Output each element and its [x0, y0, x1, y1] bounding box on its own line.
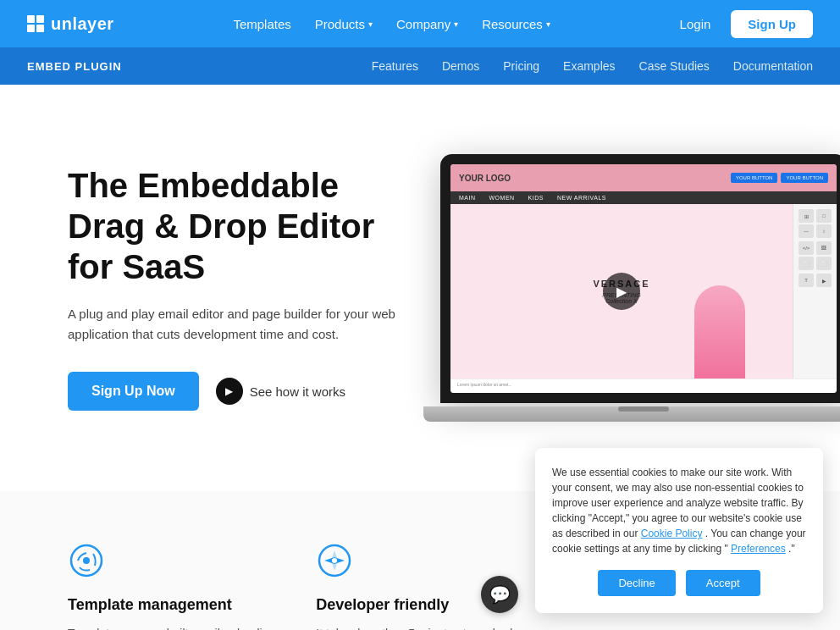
screen-sidebar-tools: ⊞ □ — ↕ </>: [793, 204, 837, 379]
screen-buttons: YOUR BUTTON YOUR BUTTON: [731, 173, 828, 183]
palette-icon: [68, 542, 108, 583]
chevron-down-icon: ▾: [368, 19, 373, 29]
nav-link-company[interactable]: Company ▾: [396, 17, 458, 31]
html-icon: </>: [799, 241, 814, 255]
model-silhouette: [694, 285, 745, 379]
hero-buttons: Sign Up Now ▶ See how it works: [68, 372, 406, 411]
screen-nav-kids: KIDS: [528, 195, 544, 201]
nav-pricing[interactable]: Pricing: [503, 59, 539, 73]
embed-plugin-label: EMBED PLUGIN: [27, 60, 122, 73]
laptop-mockup: YOUR LOGO YOUR BUTTON YOUR BUTTON MAIN W…: [440, 154, 840, 422]
feature-template-management: Template management Templates are pre-bu…: [68, 542, 275, 630]
feature-desc-templates: Templates are pre-built email or landing…: [68, 624, 275, 630]
screen-body: VERSACE PRESENTINGCollection X ▶: [450, 204, 837, 379]
button-icon: □: [816, 209, 832, 223]
login-button[interactable]: Login: [670, 12, 721, 36]
screen-footer: Lorem ipsum dolor sit amet...: [450, 379, 837, 390]
cookie-buttons: Decline Accept: [552, 570, 806, 596]
svg-point-5: [332, 558, 337, 563]
chevron-down-icon: ▾: [546, 19, 550, 29]
laptop-body: YOUR LOGO YOUR BUTTON YOUR BUTTON MAIN W…: [440, 154, 840, 403]
laptop-notch: [618, 406, 669, 412]
text-icon: T: [799, 274, 814, 287]
social-icon: ⬜: [816, 257, 832, 270]
screen-nav-arrivals: NEW ARRIVALS: [557, 195, 606, 201]
accept-button[interactable]: Accept: [686, 570, 760, 596]
logo-icon: [27, 15, 44, 32]
decline-button[interactable]: Decline: [598, 570, 675, 596]
hero-left: The Embeddable Drag & Drop Editor for Sa…: [68, 165, 406, 411]
sidebar-text-group: T ▶: [799, 274, 832, 287]
nav-demos[interactable]: Demos: [442, 59, 479, 73]
screen-nav-women: WOMEN: [489, 195, 515, 201]
chat-icon: 💬: [489, 584, 511, 605]
screen-logo-text: YOUR LOGO: [459, 174, 511, 183]
screen-footer-text: Lorem ipsum dolor sit amet...: [457, 382, 511, 387]
second-navigation: EMBED PLUGIN Features Demos Pricing Exam…: [0, 47, 840, 85]
nav-link-resources[interactable]: Resources ▾: [482, 17, 550, 31]
divider-icon: —: [799, 224, 814, 238]
screen-header: YOUR LOGO YOUR BUTTON YOUR BUTTON: [450, 164, 837, 191]
play-icon: ▶: [216, 378, 243, 405]
cookie-banner: We use essential cookies to make our sit…: [535, 448, 823, 613]
nav-link-templates[interactable]: Templates: [233, 17, 290, 31]
cookie-text: We use essential cookies to make our sit…: [552, 465, 806, 556]
nav-examples[interactable]: Examples: [563, 59, 615, 73]
spacer-icon: ↕: [816, 224, 832, 238]
laptop-base: [423, 406, 840, 422]
nav-documentation[interactable]: Documentation: [733, 59, 813, 73]
image-icon: 🖼: [816, 241, 832, 255]
shop-button-area: SHOP COLLECTION: [450, 390, 837, 393]
hero-title: The Embeddable Drag & Drop Editor for Sa…: [68, 165, 406, 287]
feature-title-templates: Template management: [68, 596, 275, 614]
screen-btn-2: YOUR BUTTON: [781, 173, 828, 183]
compass-icon: [316, 542, 356, 583]
nav-actions: Login Sign Up: [670, 10, 813, 38]
second-nav-links: Features Demos Pricing Examples Case Stu…: [372, 59, 813, 73]
hero-section: The Embeddable Drag & Drop Editor for Sa…: [0, 85, 840, 491]
chat-bubble[interactable]: 💬: [481, 576, 518, 613]
svg-point-1: [83, 557, 90, 564]
chevron-down-icon: ▾: [454, 19, 458, 29]
top-navigation: unlayer Templates Products ▾ Company ▾ R…: [0, 0, 840, 47]
nav-links: Templates Products ▾ Company ▾ Resources…: [233, 17, 550, 31]
nav-case-studies[interactable]: Case Studies: [639, 59, 710, 73]
sidebar-media-group: </> 🖼 ⬜ ⬜: [799, 241, 832, 270]
screen-btn-1: YOUR BUTTON: [731, 173, 778, 183]
signup-now-button[interactable]: Sign Up Now: [68, 372, 199, 411]
laptop-screen: YOUR LOGO YOUR BUTTON YOUR BUTTON MAIN W…: [450, 164, 837, 393]
hero-subtitle: A plug and play email editor and page bu…: [68, 304, 406, 345]
video-play-button[interactable]: ▶: [603, 273, 640, 310]
cookie-policy-link[interactable]: Cookie Policy: [641, 528, 703, 539]
screen-content-area: VERSACE PRESENTINGCollection X ▶: [450, 204, 793, 379]
feature-desc-developer: It takes less than 5 minutes to embed ou…: [316, 624, 523, 630]
nav-link-products[interactable]: Products ▾: [315, 17, 373, 31]
columns-icon: ⊞: [799, 209, 814, 223]
nav-features[interactable]: Features: [372, 59, 418, 73]
preferences-link[interactable]: Preferences: [731, 543, 786, 555]
screen-navigation: MAIN WOMEN KIDS NEW ARRIVALS: [450, 191, 837, 204]
sidebar-columns-group: ⊞ □ — ↕: [799, 209, 832, 238]
image2-icon: ⬜: [799, 257, 814, 270]
how-it-works-button[interactable]: ▶ See how it works: [216, 378, 345, 405]
signup-button[interactable]: Sign Up: [731, 10, 813, 38]
logo-area[interactable]: unlayer: [27, 14, 114, 34]
hero-right: YOUR LOGO YOUR BUTTON YOUR BUTTON MAIN W…: [406, 154, 840, 422]
video-icon: ▶: [816, 274, 832, 287]
screen-nav-main: MAIN: [459, 195, 476, 201]
logo-text: unlayer: [51, 14, 114, 34]
